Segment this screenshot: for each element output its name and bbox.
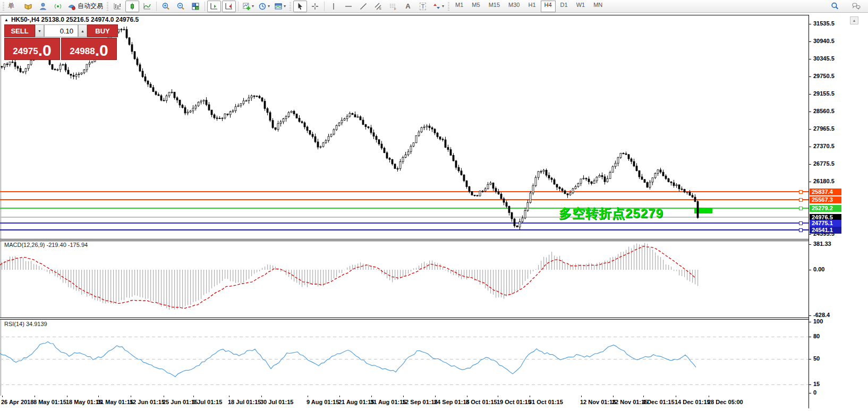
rsi-tick-label: 15: [813, 381, 820, 387]
timeframe-M30[interactable]: M30: [505, 1, 523, 12]
timeframe-D1[interactable]: D1: [557, 1, 572, 12]
date-label: 19 Oct 01:15: [497, 399, 531, 405]
svg-text:F: F: [394, 7, 396, 11]
toolbar-grip[interactable]: [448, 2, 449, 11]
candlestick-chart-button[interactable]: [125, 1, 139, 12]
toolbar-grip[interactable]: [107, 2, 108, 11]
timeframe-H1[interactable]: H1: [524, 1, 539, 12]
price-tick-label: 30345.5: [813, 55, 835, 62]
price-axis[interactable]: ▲ 31535.530940.530345.529750.529155.5285…: [809, 15, 868, 408]
date-label: 31 Aug 01:15: [370, 399, 406, 405]
hline-price-label[interactable]: 25567.3: [810, 196, 841, 203]
macd-tick-label: 381.33: [813, 241, 831, 247]
price-tick-label: 29155.5: [813, 90, 835, 97]
buy-price-display[interactable]: 24988.0: [61, 38, 117, 60]
horizontal-line-button[interactable]: [342, 1, 355, 12]
price-tick-label: 26775.5: [813, 160, 835, 167]
vertical-line-icon: [329, 2, 338, 11]
date-label: 12 Sep 01:15: [402, 399, 438, 405]
buy-button[interactable]: BUY: [87, 24, 118, 37]
axis-tick-mark: [809, 359, 811, 359]
axis-scroll-button[interactable]: ▲: [850, 16, 858, 24]
volume-input[interactable]: 0.10: [44, 24, 78, 37]
navigator-button[interactable]: [36, 1, 50, 12]
buy-price-main: 24988: [70, 45, 95, 58]
market-watch-button[interactable]: [21, 1, 35, 12]
toolbar-separator: [324, 2, 325, 11]
cursor-button[interactable]: [293, 1, 307, 12]
channel-button[interactable]: E: [371, 1, 385, 12]
date-tick-mark: [308, 396, 308, 397]
horizontal-level-lines[interactable]: [0, 190, 809, 232]
axis-tick-mark: [809, 76, 811, 77]
macd-tick-label: 0.00: [813, 266, 824, 272]
rsi-tick-label: 50: [813, 355, 820, 362]
text-button[interactable]: A: [401, 1, 415, 12]
sell-price-main: 24975: [13, 45, 38, 58]
date-axis[interactable]: 26 Apr 20188 May 01:1518 May 01:1531 May…: [0, 396, 809, 409]
candlestick-chart-icon: [128, 2, 137, 11]
axis-tick-mark: [809, 234, 811, 235]
rsi-tick-label: 0: [813, 389, 816, 396]
trendline-button[interactable]: [356, 1, 370, 12]
periods-button[interactable]: ▾: [257, 1, 271, 12]
timeframe-M1[interactable]: M1: [452, 1, 467, 12]
sell-button[interactable]: SELL: [4, 24, 35, 37]
text-label-button[interactable]: T: [416, 1, 430, 12]
timeframe-H4[interactable]: H4: [541, 1, 556, 12]
zoom-in-icon: [161, 2, 170, 11]
crosshair-button[interactable]: [308, 1, 322, 12]
signal-button[interactable]: [51, 1, 65, 12]
line-chart-button[interactable]: [140, 1, 154, 12]
chart-title: ▲ HK50-,H4 25138.0 25216.5 24974.0 24976…: [4, 16, 139, 23]
date-label: 8 Oct 01:15: [466, 399, 497, 405]
timeframe-M15[interactable]: M15: [485, 1, 504, 12]
date-label: 9 Aug 01:15: [307, 399, 339, 405]
chart-window: ▲ HK50-,H4 25138.0 25216.5 24974.0 24976…: [0, 13, 868, 411]
vertical-line-button[interactable]: [327, 1, 341, 12]
chat-button[interactable]: [849, 1, 863, 12]
tile-windows-button[interactable]: [189, 1, 202, 12]
fibonacci-button[interactable]: F: [386, 1, 400, 12]
volume-decrease-button[interactable]: ▼: [35, 24, 44, 37]
rsi-tick-label: 100: [813, 318, 823, 324]
templates-button[interactable]: ▾: [273, 1, 287, 12]
date-tick-mark: [498, 396, 498, 397]
date-label: 12 Nov 01:15: [580, 399, 616, 405]
price-tick-label: 31535.5: [813, 20, 835, 27]
chart-shift-button[interactable]: [222, 1, 236, 12]
volume-increase-button[interactable]: ▲: [78, 24, 87, 37]
hline-price-label[interactable]: 24775.1: [810, 220, 841, 227]
toolbar-separator: [156, 2, 157, 11]
toolbar-grip[interactable]: [3, 2, 4, 11]
pane-separator-rsi[interactable]: [0, 318, 809, 320]
chart-canvas[interactable]: [0, 13, 809, 409]
new-order-button[interactable]: 单: [6, 1, 20, 12]
date-label: 18 May 01:15: [66, 399, 102, 405]
pivot-annotation[interactable]: 多空转折点25279: [559, 205, 663, 222]
hline-price-label[interactable]: 25837.4: [810, 189, 841, 195]
rsi-label: RSI(14) 34.9139: [4, 321, 47, 327]
auto-scroll-button[interactable]: [207, 1, 221, 12]
sell-price-display[interactable]: 24975.0: [4, 38, 60, 60]
zoom-in-button[interactable]: [159, 1, 173, 12]
search-button[interactable]: [828, 1, 841, 12]
arrows-button[interactable]: ▾: [431, 1, 446, 12]
auto-trading-button[interactable]: 自动交易: [66, 1, 105, 12]
timeframe-MN[interactable]: MN: [590, 1, 606, 12]
date-label: 18 Jul 01:15: [228, 399, 261, 405]
collapse-triangle-icon[interactable]: ▲: [4, 18, 8, 22]
pane-separator-macd[interactable]: [0, 239, 809, 241]
hline-price-label[interactable]: 25279.2: [810, 205, 841, 212]
indicators-button[interactable]: ▾: [241, 1, 256, 12]
price-tick-label: 27370.5: [813, 143, 835, 149]
bar-chart-button[interactable]: [110, 1, 124, 12]
timeframe-W1[interactable]: W1: [573, 1, 589, 12]
equidistant-channel-icon: E: [374, 2, 382, 11]
toolbar-grip[interactable]: [290, 2, 291, 11]
chat-icon: [852, 2, 862, 11]
zoom-out-button[interactable]: [174, 1, 188, 12]
hline-price-label[interactable]: 24541.1: [810, 227, 841, 234]
signal-icon: [54, 2, 62, 11]
timeframe-M5[interactable]: M5: [468, 1, 483, 12]
